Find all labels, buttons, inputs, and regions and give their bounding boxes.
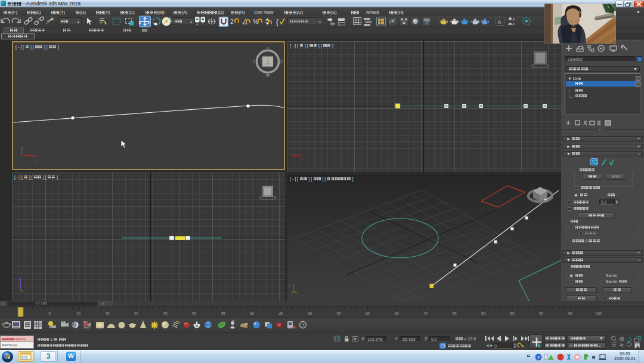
svg-text:X: X [301, 157, 304, 161]
svg-text:5: 5 [48, 312, 51, 316]
svg-text:50: 50 [308, 312, 312, 316]
svg-text:40: 40 [250, 312, 255, 316]
svg-text:35: 35 [221, 312, 225, 316]
svg-text:X: X [36, 159, 38, 162]
svg-text:15: 15 [105, 312, 110, 316]
svg-text:z: z [289, 284, 290, 287]
svg-text:10: 10 [76, 312, 81, 316]
svg-text:{: { [276, 18, 278, 26]
svg-text:?: ? [302, 322, 305, 328]
svg-text:Z: Z [290, 142, 292, 146]
svg-text:80: 80 [481, 312, 486, 316]
svg-text:25: 25 [163, 312, 168, 316]
svg-text:85: 85 [510, 312, 515, 316]
svg-text:95: 95 [568, 312, 572, 316]
svg-text:?: ? [537, 355, 540, 360]
svg-text:90: 90 [539, 312, 544, 316]
svg-text:70: 70 [423, 312, 428, 316]
svg-text:55: 55 [336, 312, 341, 316]
svg-text:100: 100 [596, 312, 602, 316]
svg-text:A: A [498, 19, 501, 25]
svg-text:2: 2 [230, 18, 234, 25]
svg-text:75: 75 [452, 312, 457, 316]
svg-text:30: 30 [192, 312, 197, 316]
svg-text:45: 45 [278, 312, 283, 316]
svg-text:65: 65 [394, 312, 399, 316]
svg-text:60: 60 [366, 312, 370, 316]
svg-text:20: 20 [134, 312, 139, 316]
